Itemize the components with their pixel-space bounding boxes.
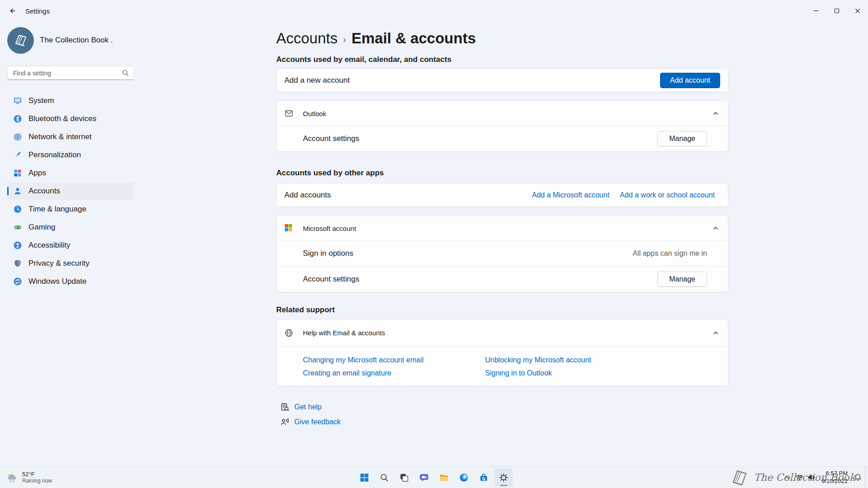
- microsoft-account-title: Microsoft account: [303, 225, 356, 232]
- chevron-up-icon: [712, 225, 719, 231]
- sidebar-item-accessibility[interactable]: Accessibility: [7, 237, 134, 254]
- microsoft-account-expander-header[interactable]: Microsoft account: [277, 216, 728, 240]
- sidebar-nav: System Bluetooth & devices Network & int…: [7, 92, 134, 290]
- edge-button[interactable]: [455, 469, 473, 487]
- add-new-account-label: Add a new account: [284, 76, 350, 85]
- outlook-expander-header[interactable]: Outlook: [277, 101, 728, 126]
- breadcrumb: Accounts › Email & accounts: [276, 27, 859, 49]
- sidebar: The Collection Book . System: [0, 22, 141, 466]
- notification-bell-button[interactable]: [851, 469, 865, 487]
- wifi-icon: [795, 473, 804, 482]
- sidebar-item-label: Network & internet: [28, 132, 92, 141]
- outlook-card: Outlook Account settings Manage: [276, 101, 728, 152]
- edge-icon: [459, 473, 469, 483]
- account-settings-label: Account settings: [303, 134, 359, 143]
- system-icon: [13, 96, 22, 105]
- task-view-icon: [399, 473, 409, 483]
- sidebar-item-label: Personalization: [28, 150, 81, 160]
- weather-temp: 52°F: [22, 471, 35, 478]
- settings-app-button[interactable]: [495, 469, 513, 487]
- show-desktop-button[interactable]: [865, 467, 868, 488]
- window-title: Settings: [25, 7, 50, 15]
- feedback-icon: [280, 418, 289, 427]
- sidebar-item-system[interactable]: System: [7, 92, 134, 109]
- taskbar: 52°F Raining now: [0, 466, 868, 488]
- sidebar-item-accounts[interactable]: Accounts: [7, 183, 134, 200]
- sidebar-item-label: Accessibility: [28, 241, 71, 250]
- sidebar-item-gaming[interactable]: Gaming: [7, 219, 134, 236]
- section-heading-email: Accounts used by email, calendar, and co…: [276, 55, 859, 64]
- window-controls: [806, 0, 868, 22]
- give-feedback-row: Give feedback: [280, 418, 859, 427]
- back-button[interactable]: [4, 3, 21, 19]
- arrow-left-icon: [9, 7, 16, 14]
- help-link-email-signature[interactable]: Creating an email signature: [303, 369, 485, 378]
- give-feedback-link[interactable]: Give feedback: [294, 418, 340, 427]
- accessibility-icon: [13, 241, 22, 250]
- accounts-icon: [13, 187, 22, 196]
- help-link-unblocking-account[interactable]: Unblocking my Microsoft account: [485, 356, 728, 365]
- section-heading-other-apps: Accounts used by other apps: [276, 168, 859, 178]
- weather-condition: Raining now: [22, 478, 52, 484]
- sign-in-options-value: All apps can sign me in: [632, 249, 707, 258]
- network-volume-button[interactable]: [793, 469, 818, 487]
- microsoft-account-card: Microsoft account Sign in options All ap…: [276, 216, 728, 292]
- app-body: The Collection Book . System: [0, 22, 868, 466]
- sidebar-item-apps[interactable]: Apps: [7, 164, 134, 182]
- user-profile[interactable]: The Collection Book .: [7, 26, 134, 54]
- tray-time: 6:57 PM: [826, 470, 848, 477]
- sidebar-item-windows-update[interactable]: Windows Update: [7, 273, 134, 290]
- chat-button[interactable]: [415, 469, 433, 487]
- microsoft-account-settings-row: Account settings Manage: [277, 266, 728, 292]
- task-view-button[interactable]: [395, 469, 413, 487]
- help-link-changing-account-email[interactable]: Changing my Microsoft account email: [303, 356, 485, 365]
- help-expander-header[interactable]: Help with Email & accounts: [277, 319, 728, 346]
- microsoft-logo-icon: [284, 224, 293, 233]
- sidebar-item-label: System: [28, 96, 54, 105]
- file-explorer-icon: [439, 473, 449, 483]
- user-name: The Collection Book .: [40, 36, 113, 45]
- get-help-link[interactable]: Get help: [294, 403, 321, 412]
- tray-date: 9/10/2022: [821, 478, 848, 484]
- sidebar-item-personalization[interactable]: Personalization: [7, 146, 134, 164]
- start-button[interactable]: [355, 469, 373, 487]
- microsoft-manage-button[interactable]: Manage: [657, 272, 707, 287]
- add-microsoft-account-link[interactable]: Add a Microsoft account: [532, 191, 609, 200]
- apps-icon: [13, 169, 22, 178]
- sidebar-item-network-internet[interactable]: Network & internet: [7, 128, 134, 145]
- add-work-school-account-link[interactable]: Add a work or school account: [620, 191, 715, 200]
- volume-icon: [807, 473, 816, 482]
- settings-window: Settings: [0, 0, 868, 466]
- maximize-button[interactable]: [826, 0, 847, 22]
- mail-icon: [284, 109, 293, 118]
- file-explorer-button[interactable]: [435, 469, 453, 487]
- add-account-button[interactable]: Add account: [660, 73, 720, 88]
- get-help-row: Get help: [280, 403, 859, 412]
- titlebar: Settings: [0, 0, 868, 22]
- weather-widget[interactable]: 52°F Raining now: [2, 468, 57, 487]
- add-new-account-row: Add a new account Add account: [276, 69, 728, 92]
- add-accounts-row: Add accounts Add a Microsoft account Add…: [276, 183, 728, 207]
- account-settings-label: Account settings: [303, 275, 359, 284]
- hidden-icons-button[interactable]: [781, 469, 793, 487]
- outlook-manage-button[interactable]: Manage: [657, 131, 707, 146]
- sidebar-item-bluetooth-devices[interactable]: Bluetooth & devices: [7, 110, 134, 127]
- taskbar-search-button[interactable]: [375, 469, 393, 487]
- sidebar-item-label: Accounts: [28, 187, 60, 196]
- sidebar-item-time-language[interactable]: Time & language: [7, 201, 134, 218]
- microsoft-store-button[interactable]: [475, 469, 493, 487]
- search-input[interactable]: [13, 70, 122, 77]
- windows-update-icon: [13, 277, 22, 286]
- network-icon: [13, 132, 22, 141]
- privacy-icon: [13, 259, 22, 268]
- store-icon: [479, 473, 489, 483]
- search-box[interactable]: [7, 66, 134, 80]
- minimize-button[interactable]: [806, 0, 826, 22]
- breadcrumb-accounts[interactable]: Accounts: [276, 28, 338, 48]
- close-button[interactable]: [847, 0, 868, 22]
- add-accounts-label: Add accounts: [284, 191, 331, 200]
- clock-widget[interactable]: 6:57 PM 9/10/2022: [818, 469, 851, 487]
- sidebar-item-privacy-security[interactable]: Privacy & security: [7, 255, 134, 272]
- help-link-signing-in-outlook[interactable]: Signing in to Outlook: [485, 369, 728, 378]
- personalization-icon: [13, 150, 22, 160]
